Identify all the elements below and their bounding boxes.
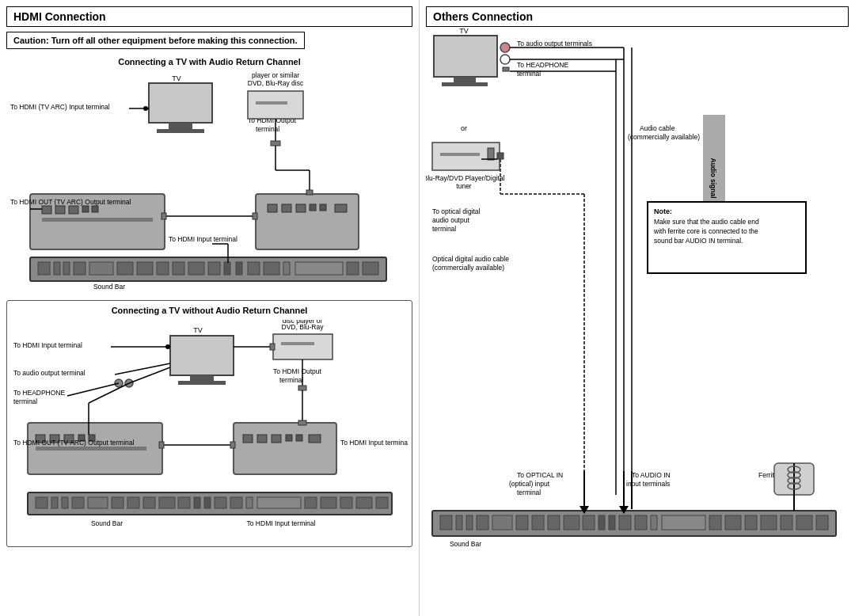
svg-rect-113	[434, 36, 497, 77]
svg-rect-111	[356, 497, 372, 508]
svg-rect-105	[230, 497, 242, 508]
svg-rect-24	[137, 262, 153, 275]
svg-rect-114	[454, 77, 476, 82]
svg-rect-77	[234, 423, 336, 474]
svg-rect-95	[72, 497, 84, 508]
svg-rect-33	[283, 262, 290, 275]
svg-rect-19	[54, 262, 60, 275]
svg-rect-66	[298, 386, 306, 390]
svg-rect-100	[159, 497, 175, 508]
right-panel: Others Connection TV To audio output ter…	[420, 0, 855, 616]
diagram1-container: Connecting a TV with Audio Return Channe…	[6, 57, 412, 298]
svg-rect-69	[270, 344, 275, 350]
svg-rect-96	[88, 497, 108, 508]
svg-rect-112	[376, 497, 388, 508]
optical-in-label2: (optical) input	[509, 480, 550, 488]
svg-rect-26	[173, 262, 184, 275]
svg-rect-80	[272, 435, 281, 443]
svg-rect-55	[178, 381, 226, 385]
headphone2-label2: terminal	[13, 397, 37, 405]
svg-rect-159	[816, 515, 828, 530]
svg-rect-18	[38, 262, 50, 275]
svg-rect-23	[117, 262, 133, 275]
svg-rect-102	[194, 497, 200, 508]
caution-box: Caution: Turn off all other equipment be…	[6, 32, 305, 49]
svg-rect-63	[273, 334, 332, 359]
svg-rect-137	[440, 515, 452, 530]
svg-point-57	[165, 344, 170, 349]
svg-line-62	[67, 383, 119, 396]
svg-rect-30	[236, 262, 242, 275]
svg-rect-82	[296, 435, 302, 441]
svg-rect-53	[170, 336, 234, 375]
optical-cable-label2: (commercially available)	[432, 264, 504, 272]
hdmi-input2-sb-label: To HDMI Input terminal	[247, 519, 316, 527]
svg-rect-146	[583, 515, 595, 530]
soundbar-right-label: Sound Bar	[450, 540, 481, 548]
audio-cable-label1: Audio cable	[640, 124, 675, 132]
svg-rect-51	[162, 213, 166, 219]
svg-point-117	[500, 55, 510, 64]
svg-rect-21	[74, 262, 86, 275]
svg-rect-42	[282, 204, 291, 212]
svg-rect-28	[208, 262, 220, 275]
svg-rect-154	[725, 515, 741, 530]
hdmi-input-sb-label: To HDMI Input terminal	[169, 235, 238, 243]
svg-rect-0	[149, 83, 212, 123]
note-text1: Make sure that the audio cable end	[654, 218, 759, 226]
hdmi-input2-label: To HDMI Input terminal	[13, 341, 82, 349]
diagram2-box: Connecting a TV without Audio Return Cha…	[6, 300, 412, 547]
bluray-label2: tuner	[456, 182, 472, 190]
svg-rect-14	[82, 206, 89, 212]
svg-rect-29	[224, 262, 230, 275]
svg-rect-22	[89, 262, 113, 275]
audio-in-label1: To AUDIO IN	[632, 471, 671, 479]
svg-rect-148	[609, 515, 615, 530]
tv-label: TV	[172, 74, 181, 82]
tv-right-label: TV	[459, 28, 469, 35]
svg-rect-36	[363, 262, 378, 275]
svg-rect-78	[243, 435, 253, 443]
svg-rect-94	[62, 497, 68, 508]
svg-rect-147	[598, 515, 605, 530]
hdmi-out-arc2-label: To HDMI OUT (TV ARC) Output terminal	[13, 439, 135, 447]
svg-rect-16	[42, 218, 153, 222]
svg-rect-5	[248, 91, 303, 119]
svg-rect-88	[298, 420, 306, 425]
svg-rect-139	[466, 515, 473, 530]
note-title: Note:	[654, 207, 672, 215]
svg-rect-64	[281, 342, 314, 345]
svg-rect-8	[271, 141, 280, 146]
svg-rect-109	[321, 497, 336, 508]
hdmi-section-title: HDMI Connection	[6, 6, 412, 27]
hdmi-input-right-label: To HDMI Input terminal	[340, 439, 408, 447]
diagram1-title: Connecting a TV with Audio Return Channe…	[6, 57, 412, 67]
left-panel: HDMI Connection Caution: Turn off all ot…	[0, 0, 420, 616]
svg-rect-41	[268, 204, 277, 212]
svg-rect-44	[310, 204, 316, 211]
optical-in-label3: terminal	[517, 489, 541, 496]
svg-rect-143	[532, 515, 544, 530]
dvd-label2: player or similar	[252, 71, 299, 79]
svg-point-116	[500, 43, 510, 52]
svg-rect-128	[497, 153, 504, 159]
audio-in-label2: input terminals	[626, 480, 670, 488]
dvd-label1: DVD, Blu-Ray disc	[248, 79, 304, 87]
svg-rect-31	[248, 262, 260, 275]
others-diagram-svg: TV To audio output terminals To HEADPHON…	[426, 28, 853, 610]
svg-rect-103	[204, 497, 211, 508]
svg-rect-76	[36, 447, 146, 451]
svg-rect-141	[492, 515, 512, 530]
diagram2-svg: TV To HDMI Input terminal To audio outpu…	[12, 320, 408, 542]
svg-rect-156	[761, 515, 777, 530]
svg-rect-83	[309, 435, 321, 443]
hdmi-out-arc-label: To HDMI OUT (TV ARC) Output terminal	[10, 198, 131, 206]
svg-rect-79	[257, 435, 267, 443]
svg-rect-2	[157, 129, 204, 133]
svg-rect-15	[92, 206, 98, 212]
audio-cable-label2: (commercially available)	[628, 133, 700, 141]
svg-rect-85	[159, 442, 164, 448]
svg-rect-157	[781, 515, 792, 530]
svg-rect-97	[112, 497, 124, 508]
note-text3: sound bar AUDIO IN terminal.	[654, 237, 743, 245]
